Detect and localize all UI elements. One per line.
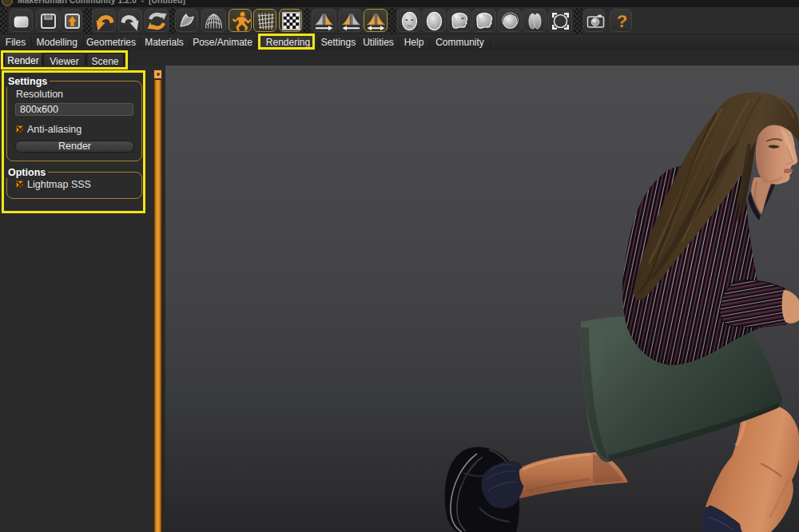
svg-text:?: ? [616, 11, 626, 31]
